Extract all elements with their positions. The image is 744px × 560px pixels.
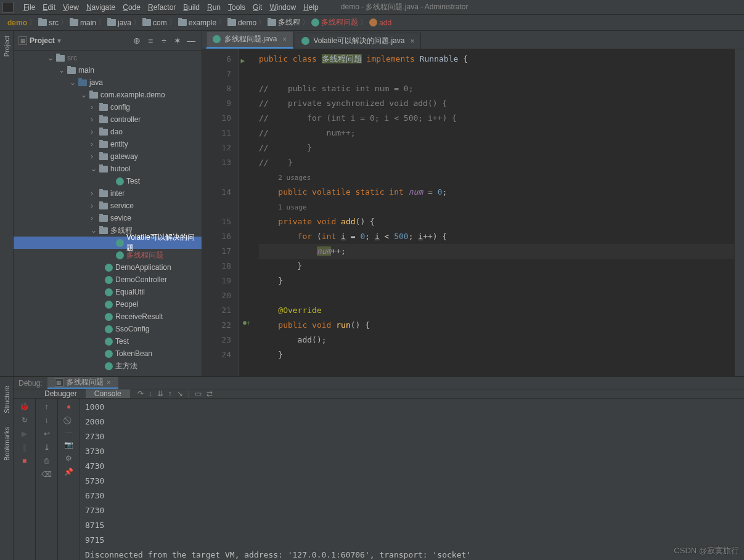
select-opened-file-icon[interactable]: ⊕ [131, 35, 142, 46]
stop-icon[interactable]: ■ [19, 455, 30, 466]
chevron-icon[interactable]: ⌄ [70, 78, 76, 87]
tree-item-Peopel[interactable]: Peopel [14, 298, 202, 310]
code-area[interactable]: public class 多线程问题 implements Runnable {… [254, 49, 734, 376]
menu-code[interactable]: Code [119, 3, 144, 12]
breadcrumb-main[interactable]: main [68, 18, 97, 27]
breadcrumb-demo[interactable]: demo [226, 18, 258, 27]
chevron-icon[interactable]: ⌄ [81, 91, 87, 99]
scroll-to-end-icon[interactable]: ⤓ [41, 442, 52, 453]
code-line-20[interactable] [259, 288, 734, 303]
trace-icon[interactable]: ⇄ [206, 389, 213, 398]
editor-tab-多线程问题.java[interactable]: 多线程问题.java× [206, 31, 293, 49]
evaluate-icon[interactable]: ▭ [195, 389, 202, 398]
tree-item-TokenBean[interactable]: TokenBean [14, 347, 202, 360]
collapse-all-icon[interactable]: ÷ [158, 35, 170, 46]
breadcrumb-多线程问题[interactable]: 多线程问题 [310, 17, 359, 28]
implements-icon[interactable]: ●↑ [243, 319, 250, 326]
camera-icon[interactable]: 📷 [63, 439, 75, 450]
code-line-6[interactable]: public class 多线程问题 implements Runnable { [259, 52, 734, 67]
tree-item-src[interactable]: ⌄src [14, 52, 202, 64]
menu-file[interactable]: File [20, 3, 39, 12]
settings-icon[interactable]: ✶ [172, 35, 183, 46]
close-icon[interactable]: × [107, 378, 111, 387]
menu-navigate[interactable]: Navigate [83, 3, 119, 12]
code-line-7[interactable] [259, 67, 734, 81]
debug-run-config-tab[interactable]: ▦ 多线程问题 × [47, 377, 118, 389]
scroll-up-icon[interactable]: ↑ [41, 401, 52, 412]
soft-wrap-icon[interactable]: ↩ [41, 428, 52, 439]
tree-item-Volatile可以解决的问题[interactable]: Volatile可以解决的问题 [14, 237, 202, 249]
code-line-15[interactable]: private void add() { [259, 214, 734, 229]
editor-scrollbar[interactable] [734, 49, 744, 376]
code-line-14[interactable]: public volatile static int num = 0; [259, 185, 734, 200]
code-line-19[interactable]: } [259, 274, 734, 288]
code-line-12[interactable]: // } [259, 140, 734, 155]
pause-icon[interactable]: ‖ [19, 442, 30, 453]
tree-item-sevice[interactable]: ›sevice [14, 212, 202, 224]
tree-item-dao[interactable]: ›dao [14, 126, 202, 138]
bookmarks-stripe-label[interactable]: Bookmarks [3, 422, 10, 466]
tree-item-SsoConfig[interactable]: SsoConfig [14, 323, 202, 335]
tree-item-DemoController[interactable]: DemoController [14, 274, 202, 286]
tree-item-主方法[interactable]: 主方法 [14, 360, 202, 372]
breadcrumb-java[interactable]: java [106, 18, 133, 27]
project-stripe-label[interactable]: Project [3, 31, 10, 62]
chevron-icon[interactable]: › [91, 201, 97, 210]
fold-column[interactable]: ●↑ [239, 49, 254, 376]
menu-help[interactable]: Help [300, 3, 322, 12]
tree-item-hutool[interactable]: ⌄hutool [14, 163, 202, 175]
tree-item-inter[interactable]: ›inter [14, 187, 202, 200]
chevron-icon[interactable]: › [91, 103, 97, 112]
breadcrumb-com[interactable]: com [141, 18, 168, 27]
breakpoint-icon[interactable]: ● [63, 401, 75, 412]
tree-item-controller[interactable]: ›controller [14, 113, 202, 126]
code-line-16[interactable]: for (int i = 0; i < 500; i++) { [259, 229, 734, 244]
tree-item-config[interactable]: ›config [14, 101, 202, 113]
code-line-13[interactable]: // } [259, 155, 734, 170]
chevron-icon[interactable]: › [91, 214, 97, 222]
chevron-icon[interactable]: › [91, 189, 97, 198]
code-line-24[interactable]: } [259, 347, 734, 362]
usage-inlay[interactable]: 2 usages [278, 174, 311, 182]
usage-inlay[interactable]: 1 usage [278, 203, 306, 211]
code-line-11[interactable]: // num++; [259, 126, 734, 140]
tree-item-entity[interactable]: ›entity [14, 138, 202, 150]
force-step-into-icon[interactable]: ⇊ [157, 389, 163, 398]
code-line-23[interactable]: add(); [259, 333, 734, 347]
line-gutter[interactable]: 6▶789101112131415161718192021222324 [202, 49, 239, 376]
menu-run[interactable]: Run [203, 3, 224, 12]
chevron-icon[interactable]: ⌄ [91, 226, 97, 235]
console-tab[interactable]: Console [86, 389, 130, 398]
menu-refactor[interactable]: Refactor [144, 3, 179, 12]
chevron-icon[interactable]: › [91, 140, 97, 148]
run-gutter-icon[interactable]: ▶ [240, 54, 245, 68]
menu-edit[interactable]: Edit [39, 3, 59, 12]
tree-item-EqualUtil[interactable]: EqualUtil [14, 286, 202, 298]
step-over-icon[interactable]: ↷ [137, 389, 144, 398]
editor-body[interactable]: 6▶789101112131415161718192021222324 ●↑ p… [202, 49, 744, 376]
breadcrumb-多线程[interactable]: 多线程 [266, 17, 301, 28]
breadcrumb-demo[interactable]: demo [6, 18, 28, 27]
tree-item-gateway[interactable]: ›gateway [14, 150, 202, 163]
code-line-10[interactable]: // for (int i = 0; i < 500; i++) { [259, 111, 734, 126]
debug-bug-icon[interactable]: 🐞 [19, 401, 30, 412]
print-icon[interactable]: ⎙ [41, 455, 52, 466]
menu-tools[interactable]: Tools [224, 3, 249, 12]
step-into-icon[interactable]: ↓ [149, 389, 152, 398]
editor-tab-Volatile可以解决的问题.java[interactable]: Volatile可以解决的问题.java× [295, 33, 421, 49]
settings-icon[interactable]: ⚙ [63, 453, 75, 464]
chevron-icon[interactable]: › [91, 128, 97, 136]
resume-icon[interactable]: ▶ [19, 428, 30, 439]
breadcrumb-example[interactable]: example [177, 18, 218, 27]
chevron-icon[interactable]: › [91, 152, 97, 161]
rerun-icon[interactable]: ↻ [19, 415, 30, 426]
close-icon[interactable]: × [410, 37, 414, 46]
close-icon[interactable]: × [282, 35, 287, 44]
menu-build[interactable]: Build [179, 3, 203, 12]
scroll-down-icon[interactable]: ↓ [41, 415, 52, 426]
structure-stripe-label[interactable]: Structure [3, 381, 10, 418]
tree-item-Test[interactable]: Test [14, 335, 202, 347]
debugger-tab[interactable]: Debugger [36, 389, 86, 398]
tree-item-main[interactable]: ⌄main [14, 64, 202, 76]
menu-git[interactable]: Git [249, 3, 266, 12]
